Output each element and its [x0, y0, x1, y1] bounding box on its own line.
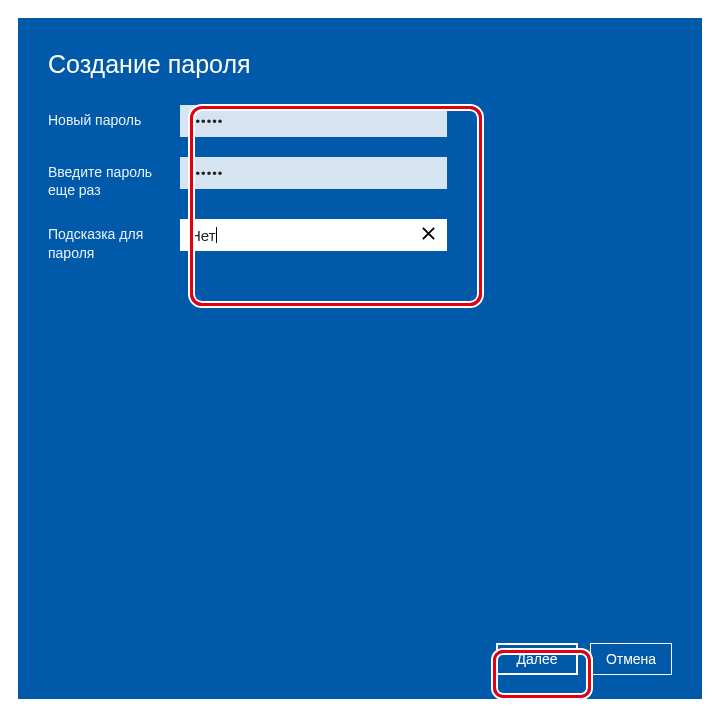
page-title: Создание пароля [48, 50, 672, 79]
label-confirm-password: Введите пароль еще раз [48, 157, 180, 199]
clear-hint-button[interactable] [413, 219, 443, 251]
password-hint-value: Нет [190, 227, 216, 244]
next-button[interactable]: Далее [496, 643, 578, 675]
label-password-hint: Подсказка для пароля [48, 219, 180, 261]
new-password-input[interactable] [180, 105, 447, 137]
cancel-button[interactable]: Отмена [590, 643, 672, 675]
row-new-password: Новый пароль [48, 105, 672, 137]
row-password-hint: Подсказка для пароля Нет [48, 219, 672, 261]
create-password-dialog: Создание пароля Новый пароль Введите пар… [18, 18, 702, 699]
password-hint-input[interactable]: Нет [180, 219, 447, 251]
row-confirm-password: Введите пароль еще раз [48, 157, 672, 199]
close-icon [421, 226, 436, 244]
text-cursor [216, 227, 217, 243]
label-new-password: Новый пароль [48, 105, 180, 129]
confirm-password-input[interactable] [180, 157, 447, 189]
dialog-footer: Далее Отмена [496, 643, 672, 675]
